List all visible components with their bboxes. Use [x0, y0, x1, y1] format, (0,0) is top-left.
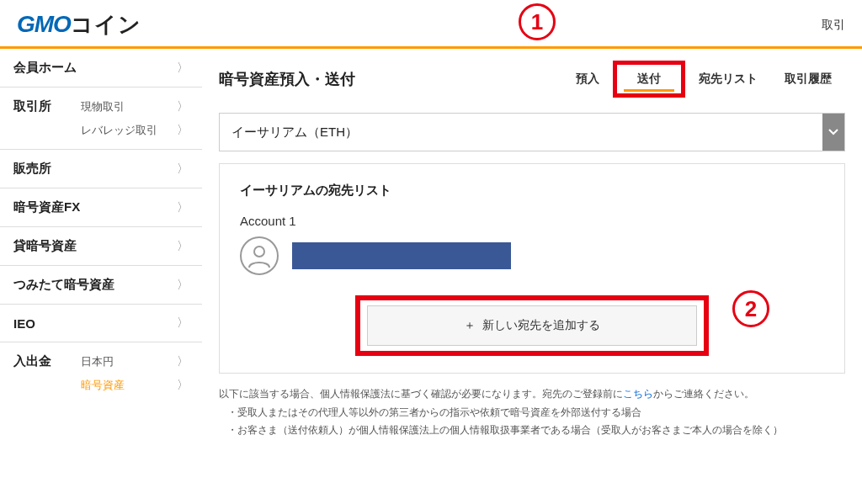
notice-text-a: 以下に該当する場合、個人情報保護法に基づく確認が必要になります。宛先のご登録前に — [219, 388, 623, 400]
chevron-right-icon: 〉 — [177, 378, 189, 393]
sidebar-label-lending: 貸暗号資産 — [13, 238, 77, 254]
asset-select-label: イーサリアム（ETH） — [220, 114, 370, 151]
add-destination-button[interactable]: ＋ 新しい宛先を追加する — [367, 305, 697, 346]
chevron-right-icon: 〉 — [177, 99, 189, 114]
sidebar-label-exchange: 取引所 — [13, 98, 81, 114]
sidebar-sub-crypto-asset[interactable]: 暗号資産 — [81, 378, 177, 393]
chevron-right-icon: 〉 — [177, 239, 189, 254]
callout-1: 1 — [519, 3, 556, 40]
notice-bullet-2: ・お客さま（送付依頼人）が個人情報保護法上の個人情報取扱事業者である場合（受取人… — [219, 422, 845, 440]
sidebar-label-sales: 販売所 — [13, 161, 51, 177]
logo[interactable]: GMO コイン — [17, 10, 141, 40]
chevron-right-icon: 〉 — [177, 278, 189, 293]
chevron-right-icon: 〉 — [177, 123, 189, 138]
sidebar-item-sales[interactable]: 販売所 〉 — [0, 150, 202, 188]
sidebar-sub-spot[interactable]: 現物取引 — [81, 99, 177, 114]
sidebar-label-ieo: IEO — [13, 316, 35, 331]
account-row[interactable] — [240, 236, 824, 275]
sidebar-item-ieo[interactable]: IEO 〉 — [0, 305, 202, 342]
sidebar-item-exchange[interactable]: 取引所 現物取引 〉 — [0, 88, 202, 114]
sidebar-sub-leverage[interactable]: レバレッジ取引 — [81, 123, 177, 138]
tab-send[interactable]: 送付 — [617, 65, 681, 93]
sidebar-item-tsumitate[interactable]: つみたて暗号資産 〉 — [0, 266, 202, 305]
sidebar: 会員ホーム 〉 取引所 現物取引 〉 レバレッジ取引 〉 販売所 〉 暗号資産F… — [0, 49, 202, 440]
sidebar-item-deposit-withdraw[interactable]: 入出金 日本円 〉 — [0, 342, 202, 369]
add-destination-highlight: ＋ 新しい宛先を追加する — [355, 295, 709, 356]
sidebar-sub-jpy[interactable]: 日本円 — [81, 354, 177, 369]
notice-bullet-1: ・受取人またはその代理人等以外の第三者からの指示や依頼で暗号資産を外部送付する場… — [219, 404, 845, 422]
sidebar-item-lending[interactable]: 貸暗号資産 〉 — [0, 227, 202, 266]
tab-deposit[interactable]: 預入 — [562, 63, 613, 95]
chevron-down-icon — [828, 129, 838, 135]
asset-select[interactable]: イーサリアム（ETH） — [219, 113, 845, 151]
chevron-right-icon: 〉 — [177, 200, 189, 215]
avatar-icon — [240, 236, 279, 275]
svg-point-0 — [254, 247, 264, 257]
tabs: 預入 送付 宛先リスト 取引履歴 — [562, 61, 845, 98]
sidebar-label-deposit-withdraw: 入出金 — [13, 353, 81, 369]
main-header: 暗号資産預入・送付 預入 送付 宛先リスト 取引履歴 — [202, 49, 862, 106]
destination-list-card: イーサリアムの宛先リスト Account 1 ＋ 新しい宛先を追加する — [219, 163, 845, 374]
tab-send-highlight: 送付 — [613, 61, 685, 98]
notice: 以下に該当する場合、個人情報保護法に基づく確認が必要になります。宛先のご登録前に… — [219, 385, 845, 440]
card-title: イーサリアムの宛先リスト — [240, 183, 824, 199]
logo-gmo-text: GMO — [17, 11, 71, 38]
tab-dest-list[interactable]: 宛先リスト — [685, 63, 771, 95]
notice-text-b: からご連絡ください。 — [653, 388, 754, 400]
chevron-right-icon: 〉 — [177, 61, 189, 76]
sidebar-item-crypto-asset[interactable]: 暗号資産 〉 — [0, 369, 202, 404]
main-content: 暗号資産預入・送付 預入 送付 宛先リスト 取引履歴 イーサリアム（ETH） イ… — [202, 49, 862, 440]
page-title: 暗号資産預入・送付 — [219, 69, 355, 89]
sidebar-item-leverage[interactable]: レバレッジ取引 〉 — [0, 114, 202, 150]
sidebar-label-crypto-fx: 暗号資産FX — [13, 199, 80, 215]
notice-link[interactable]: こちら — [623, 388, 653, 400]
sidebar-item-crypto-fx[interactable]: 暗号資産FX 〉 — [0, 188, 202, 227]
chevron-right-icon: 〉 — [177, 162, 189, 177]
sidebar-label-tsumitate: つみたて暗号資産 — [13, 277, 114, 293]
callout-2: 2 — [732, 290, 769, 327]
header: GMO コイン 取引 — [0, 0, 862, 49]
redacted-address — [292, 242, 511, 269]
plus-icon: ＋ — [464, 318, 476, 333]
add-button-label: 新しい宛先を追加する — [482, 318, 600, 333]
logo-coin-text: コイン — [71, 10, 141, 40]
chevron-right-icon: 〉 — [177, 316, 189, 331]
chevron-right-icon: 〉 — [177, 354, 189, 369]
asset-select-dropdown-button[interactable] — [822, 114, 844, 151]
sidebar-label-member-home: 会員ホーム — [13, 60, 77, 76]
account-name: Account 1 — [240, 214, 824, 228]
tab-history[interactable]: 取引履歴 — [771, 63, 845, 95]
sidebar-item-member-home[interactable]: 会員ホーム 〉 — [0, 49, 202, 88]
header-trade-link[interactable]: 取引 — [822, 18, 845, 33]
